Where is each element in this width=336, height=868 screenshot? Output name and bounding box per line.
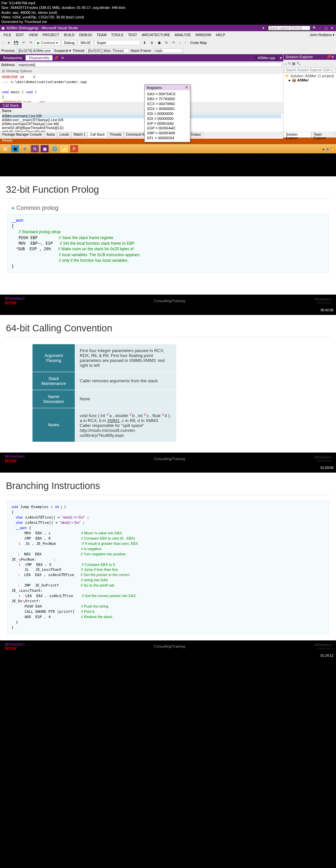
step-icon[interactable]: ⬇ [142, 40, 147, 45]
callstack-row[interactable]: ASMer.exe!mainCRTStartup() Line 466 [2, 122, 281, 126]
menu-debug[interactable]: DEBUG [77, 33, 94, 37]
address-label: Address: [1, 63, 15, 67]
register-row: EBP = 0035FA98 [147, 131, 188, 136]
table-cell: void func ( int ↙a , double ↙b , int ↙c … [75, 408, 176, 442]
config-dropdown[interactable]: Debug [62, 40, 77, 45]
viewing-options[interactable]: ⊟Viewing Options [0, 68, 283, 74]
callstack-row[interactable]: kernel32.dll!@BaseThreadInitThunk@12() [2, 126, 281, 130]
tab-locals[interactable]: Locals [57, 132, 71, 137]
menu-file[interactable]: FILE [1, 33, 13, 37]
menu-view[interactable]: VIEW [26, 33, 40, 37]
nav-back-icon[interactable]: ◦ [1, 40, 5, 45]
explorer-icon[interactable]: 📁 [60, 145, 68, 152]
se-close-icon[interactable]: ✕ [331, 55, 334, 59]
se-props-icon[interactable]: 🔧 [296, 61, 301, 66]
tab-asmer-cpp[interactable]: ASMer.cpp [254, 55, 278, 60]
chrome-icon[interactable]: 🌐 [51, 145, 58, 152]
stop-icon[interactable]: ⏹ [156, 40, 162, 45]
minimize-button[interactable]: − [317, 26, 323, 30]
se-showall-icon[interactable]: ▦ [292, 61, 295, 66]
tab-teamexp[interactable]: Team Explorer [311, 132, 336, 137]
table-header: Notes [32, 408, 75, 442]
project-node[interactable]: ▸ 📦 ASMer [289, 78, 335, 83]
nav-fwd-icon[interactable]: ▾ [6, 40, 11, 45]
onenote-icon[interactable]: N [31, 145, 39, 152]
quick-launch-input[interactable] [268, 25, 310, 31]
user-label[interactable]: John Robbins ▾ [310, 33, 335, 37]
menu-edit[interactable]: EDIT [13, 33, 26, 37]
menu-tools[interactable]: TOOLS [109, 33, 126, 37]
redo-icon[interactable]: ↷ [28, 40, 33, 45]
super-dropdown[interactable]: Super [95, 40, 140, 45]
step-out-icon[interactable]: ↑ [183, 40, 188, 45]
tab-disassembly[interactable]: Disassembly [26, 55, 53, 60]
register-row: EFL = 00000204 [147, 136, 188, 141]
callstack-row[interactable]: ASMer.exe!main() Line 638 [2, 114, 281, 118]
menu-team[interactable]: TEAM [94, 33, 109, 37]
start-icon[interactable]: ⊞ [1, 145, 9, 152]
editor-tabs: Breakpoints Disassembly 📌 ✕ ASMer.cpp ▾ [0, 54, 283, 61]
solution-explorer-panel: Solution Explorer📌✕ ⌂ ↻ ▦ 🔧 📁 Solution '… [283, 54, 336, 137]
tab-pin-icon[interactable]: 📌 [53, 56, 60, 60]
tab-breakpoints[interactable]: Breakpoints [0, 55, 26, 60]
register-row: ESI = 00000000 [147, 111, 188, 116]
save-icon[interactable]: 💾 [12, 40, 20, 45]
continue-button[interactable]: ▶ Continue ▾ [35, 40, 60, 45]
process-dropdown[interactable]: [0x1874] ASMer.exe [17, 48, 53, 53]
tab-solexp[interactable]: Solution Explorer [283, 132, 311, 137]
search-icon[interactable]: 🔍 [312, 26, 317, 30]
thread-dropdown[interactable]: [0x315C] Main Thread [86, 48, 129, 53]
callstack-row[interactable]: ASMer.exe!__tmainCRTStartup() Line 626 [2, 118, 281, 122]
undo-icon[interactable]: ↶ [21, 40, 27, 45]
tab-threads[interactable]: Threads [107, 132, 124, 137]
tab-callstack[interactable]: Call Stack [88, 132, 107, 137]
menu-project[interactable]: PROJECT [40, 33, 61, 37]
slide-title: Branching Instructions [6, 480, 330, 495]
solution-node[interactable]: 📁 Solution 'ASMer' (1 project) [285, 74, 335, 78]
wintellectnow-logo: WintellectNOW [5, 642, 25, 651]
timestamp: 00:42:06 [0, 307, 336, 315]
maximize-button[interactable]: ▢ [323, 26, 329, 30]
step-over-icon[interactable]: ↷ [171, 40, 176, 45]
vs-icon[interactable]: ▣ [41, 145, 48, 152]
tab-autos[interactable]: Autos [44, 132, 58, 137]
reg-close-icon[interactable]: ✕ [185, 85, 188, 90]
se-pin-icon[interactable]: 📌 [327, 55, 331, 59]
tab-output[interactable]: Output [189, 132, 203, 137]
menu-architecture[interactable]: ARCHITECTURE [139, 33, 172, 37]
thread-label: Thread: [72, 49, 85, 53]
restart-icon[interactable]: ↻ [164, 40, 169, 45]
se-search-input[interactable] [284, 68, 335, 72]
window-title: ASMer (Debugging) - Microsoft Visual Stu… [6, 26, 78, 30]
platform-dropdown[interactable]: Win32 [78, 40, 93, 45]
se-tree: 📁 Solution 'ASMer' (1 project) ▸ 📦 ASMer [283, 73, 336, 132]
taskbar: ⊞ ▣ e N ▣ 🌐 📁 P ▲ 🔊 📶 [0, 144, 336, 153]
tab-dropdown-icon[interactable]: ▾ [278, 56, 283, 60]
tab-pmc[interactable]: Package Manager Console [0, 132, 44, 137]
address-input[interactable]: main(void) [17, 62, 282, 67]
close-button[interactable]: ✕ [329, 26, 335, 30]
registers-title: Registers [147, 86, 162, 90]
tab-close-icon[interactable]: ✕ [60, 56, 65, 60]
stackframe-dropdown[interactable]: main [153, 48, 183, 53]
suspend-button[interactable]: Suspend ▾ [54, 49, 71, 53]
edge-icon[interactable]: e [21, 145, 29, 152]
se-home-icon[interactable]: ⌂ [285, 61, 287, 65]
menu-window[interactable]: WINDOW [193, 33, 213, 37]
ie-icon[interactable]: ▣ [11, 145, 19, 152]
calling-convention-table: Argument PassingFirst four integer param… [32, 344, 176, 442]
menu-build[interactable]: BUILD [62, 33, 77, 37]
system-tray[interactable]: ▲ 🔊 📶 [322, 147, 335, 151]
pause-icon[interactable]: ⏸ [148, 40, 155, 45]
powerpoint-icon[interactable]: P [70, 145, 78, 152]
menu-analyze[interactable]: ANALYZE [172, 33, 193, 37]
step-into-icon[interactable]: ↓ [177, 40, 182, 45]
callstack-tab[interactable]: Call Stack [0, 103, 22, 108]
se-refresh-icon[interactable]: ↻ [288, 61, 291, 66]
codemap-button[interactable]: Code Map [190, 41, 207, 45]
menu-help[interactable]: HELP [213, 33, 228, 37]
tab-watch[interactable]: Watch 1 [71, 132, 88, 137]
menu-test[interactable]: TEST [126, 33, 139, 37]
footer-text: Consulting/Training [154, 644, 185, 648]
disassembly-code: 0098169F int 3 --- c:\dev\demos\native\a… [0, 74, 283, 102]
